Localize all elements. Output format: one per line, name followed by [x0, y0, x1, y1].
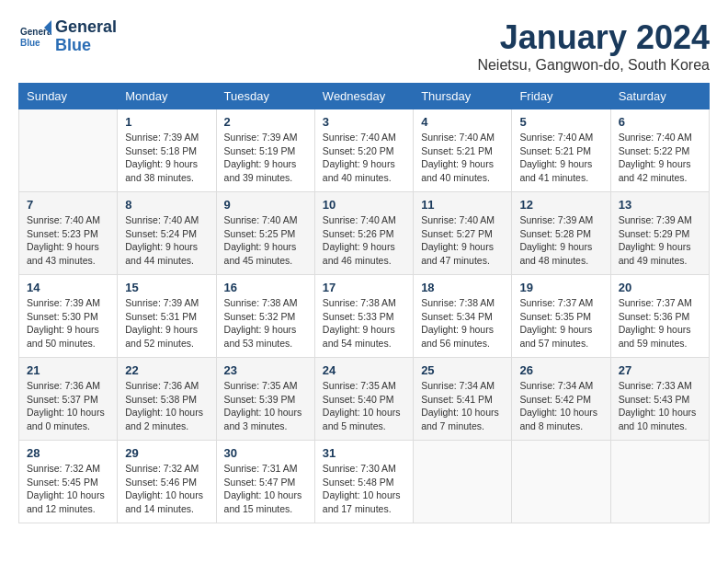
day-number: 8 — [125, 198, 208, 212]
day-number: 5 — [519, 115, 602, 129]
day-info: Sunrise: 7:40 AM Sunset: 5:25 PM Dayligh… — [224, 213, 307, 268]
calendar-week-row: 28Sunrise: 7:32 AM Sunset: 5:45 PM Dayli… — [19, 441, 710, 523]
calendar-cell: 23Sunrise: 7:35 AM Sunset: 5:39 PM Dayli… — [216, 358, 314, 441]
weekday-header-friday: Friday — [512, 84, 610, 109]
day-number: 15 — [125, 281, 208, 294]
calendar-cell: 17Sunrise: 7:38 AM Sunset: 5:33 PM Dayli… — [314, 275, 413, 358]
day-number: 27 — [619, 363, 701, 377]
calendar-cell: 16Sunrise: 7:38 AM Sunset: 5:32 PM Dayli… — [216, 275, 314, 358]
day-info: Sunrise: 7:40 AM Sunset: 5:21 PM Dayligh… — [421, 131, 504, 185]
day-info: Sunrise: 7:40 AM Sunset: 5:27 PM Dayligh… — [421, 213, 504, 268]
day-info: Sunrise: 7:39 AM Sunset: 5:18 PM Dayligh… — [125, 131, 208, 185]
calendar-week-row: 14Sunrise: 7:39 AM Sunset: 5:30 PM Dayli… — [19, 275, 710, 358]
day-info: Sunrise: 7:40 AM Sunset: 5:22 PM Dayligh… — [619, 131, 701, 185]
day-info: Sunrise: 7:33 AM Sunset: 5:43 PM Dayligh… — [619, 379, 701, 433]
day-number: 2 — [224, 115, 307, 129]
calendar-cell: 24Sunrise: 7:35 AM Sunset: 5:40 PM Dayli… — [314, 358, 413, 441]
day-info: Sunrise: 7:37 AM Sunset: 5:36 PM Dayligh… — [619, 296, 701, 350]
svg-rect-0 — [18, 20, 51, 53]
calendar-week-row: 1Sunrise: 7:39 AM Sunset: 5:18 PM Daylig… — [19, 109, 710, 192]
day-number: 19 — [519, 281, 602, 294]
logo-text-line2: Blue — [55, 37, 117, 55]
day-number: 6 — [619, 115, 701, 129]
day-number: 26 — [519, 363, 602, 377]
calendar-cell: 14Sunrise: 7:39 AM Sunset: 5:30 PM Dayli… — [19, 275, 118, 358]
calendar-cell: 6Sunrise: 7:40 AM Sunset: 5:22 PM Daylig… — [610, 109, 709, 192]
weekday-header-sunday: Sunday — [19, 84, 118, 109]
calendar-cell: 1Sunrise: 7:39 AM Sunset: 5:18 PM Daylig… — [118, 109, 216, 192]
logo: General Blue General Blue — [18, 18, 117, 55]
day-info: Sunrise: 7:32 AM Sunset: 5:45 PM Dayligh… — [27, 462, 109, 516]
day-info: Sunrise: 7:31 AM Sunset: 5:47 PM Dayligh… — [224, 462, 307, 516]
day-number: 13 — [619, 198, 701, 212]
calendar-cell: 11Sunrise: 7:40 AM Sunset: 5:27 PM Dayli… — [414, 192, 512, 275]
day-number: 14 — [27, 281, 109, 294]
day-info: Sunrise: 7:38 AM Sunset: 5:34 PM Dayligh… — [421, 296, 504, 350]
day-info: Sunrise: 7:39 AM Sunset: 5:31 PM Dayligh… — [125, 296, 208, 350]
day-info: Sunrise: 7:32 AM Sunset: 5:46 PM Dayligh… — [125, 462, 208, 516]
calendar-cell — [19, 109, 118, 192]
calendar-cell: 30Sunrise: 7:31 AM Sunset: 5:47 PM Dayli… — [216, 441, 314, 523]
calendar-cell: 3Sunrise: 7:40 AM Sunset: 5:20 PM Daylig… — [314, 109, 413, 192]
day-info: Sunrise: 7:36 AM Sunset: 5:37 PM Dayligh… — [27, 379, 109, 433]
day-info: Sunrise: 7:38 AM Sunset: 5:33 PM Dayligh… — [323, 296, 405, 350]
calendar-cell: 15Sunrise: 7:39 AM Sunset: 5:31 PM Dayli… — [118, 275, 216, 358]
weekday-header-monday: Monday — [118, 84, 216, 109]
svg-text:Blue: Blue — [20, 38, 40, 48]
weekday-header-row: SundayMondayTuesdayWednesdayThursdayFrid… — [19, 84, 710, 109]
calendar-cell — [512, 441, 610, 523]
calendar-cell: 13Sunrise: 7:39 AM Sunset: 5:29 PM Dayli… — [610, 192, 709, 275]
calendar-cell: 9Sunrise: 7:40 AM Sunset: 5:25 PM Daylig… — [216, 192, 314, 275]
calendar-cell: 8Sunrise: 7:40 AM Sunset: 5:24 PM Daylig… — [118, 192, 216, 275]
calendar-cell — [610, 441, 709, 523]
day-number: 22 — [125, 363, 208, 377]
calendar-table: SundayMondayTuesdayWednesdayThursdayFrid… — [18, 83, 710, 523]
day-info: Sunrise: 7:39 AM Sunset: 5:30 PM Dayligh… — [27, 296, 109, 350]
calendar-cell: 29Sunrise: 7:32 AM Sunset: 5:46 PM Dayli… — [118, 441, 216, 523]
weekday-header-saturday: Saturday — [610, 84, 709, 109]
day-number: 18 — [421, 281, 504, 294]
day-number: 17 — [323, 281, 405, 294]
calendar-cell: 25Sunrise: 7:34 AM Sunset: 5:41 PM Dayli… — [414, 358, 512, 441]
calendar-cell: 26Sunrise: 7:34 AM Sunset: 5:42 PM Dayli… — [512, 358, 610, 441]
day-number: 25 — [421, 363, 504, 377]
day-info: Sunrise: 7:40 AM Sunset: 5:23 PM Dayligh… — [27, 213, 109, 268]
location-title: Neietsu, Gangwon-do, South Korea — [477, 57, 710, 74]
calendar-week-row: 21Sunrise: 7:36 AM Sunset: 5:37 PM Dayli… — [19, 358, 710, 441]
day-info: Sunrise: 7:40 AM Sunset: 5:21 PM Dayligh… — [519, 131, 602, 185]
calendar-cell: 31Sunrise: 7:30 AM Sunset: 5:48 PM Dayli… — [314, 441, 413, 523]
day-number: 23 — [224, 363, 307, 377]
day-number: 16 — [224, 281, 307, 294]
calendar-week-row: 7Sunrise: 7:40 AM Sunset: 5:23 PM Daylig… — [19, 192, 710, 275]
day-number: 7 — [27, 198, 109, 212]
day-info: Sunrise: 7:37 AM Sunset: 5:35 PM Dayligh… — [519, 296, 602, 350]
day-number: 28 — [27, 446, 109, 460]
day-number: 21 — [27, 363, 109, 377]
day-number: 10 — [323, 198, 405, 212]
calendar-cell: 7Sunrise: 7:40 AM Sunset: 5:23 PM Daylig… — [19, 192, 118, 275]
day-number: 29 — [125, 446, 208, 460]
day-info: Sunrise: 7:35 AM Sunset: 5:39 PM Dayligh… — [224, 379, 307, 433]
weekday-header-tuesday: Tuesday — [216, 84, 314, 109]
weekday-header-thursday: Thursday — [414, 84, 512, 109]
day-number: 20 — [619, 281, 701, 294]
day-info: Sunrise: 7:30 AM Sunset: 5:48 PM Dayligh… — [323, 462, 405, 516]
calendar-cell: 5Sunrise: 7:40 AM Sunset: 5:21 PM Daylig… — [512, 109, 610, 192]
day-info: Sunrise: 7:40 AM Sunset: 5:26 PM Dayligh… — [323, 213, 405, 268]
day-info: Sunrise: 7:35 AM Sunset: 5:40 PM Dayligh… — [323, 379, 405, 433]
day-number: 4 — [421, 115, 504, 129]
calendar-cell: 19Sunrise: 7:37 AM Sunset: 5:35 PM Dayli… — [512, 275, 610, 358]
calendar-cell: 12Sunrise: 7:39 AM Sunset: 5:28 PM Dayli… — [512, 192, 610, 275]
day-number: 12 — [519, 198, 602, 212]
day-number: 30 — [224, 446, 307, 460]
calendar-cell: 18Sunrise: 7:38 AM Sunset: 5:34 PM Dayli… — [414, 275, 512, 358]
logo-icon: General Blue — [18, 20, 51, 53]
day-number: 3 — [323, 115, 405, 129]
calendar-cell: 28Sunrise: 7:32 AM Sunset: 5:45 PM Dayli… — [19, 441, 118, 523]
page-header: General Blue General Blue January 2024 N… — [18, 18, 710, 74]
day-number: 24 — [323, 363, 405, 377]
day-info: Sunrise: 7:40 AM Sunset: 5:20 PM Dayligh… — [323, 131, 405, 185]
day-info: Sunrise: 7:34 AM Sunset: 5:41 PM Dayligh… — [421, 379, 504, 433]
day-info: Sunrise: 7:39 AM Sunset: 5:28 PM Dayligh… — [519, 213, 602, 268]
calendar-cell: 4Sunrise: 7:40 AM Sunset: 5:21 PM Daylig… — [414, 109, 512, 192]
